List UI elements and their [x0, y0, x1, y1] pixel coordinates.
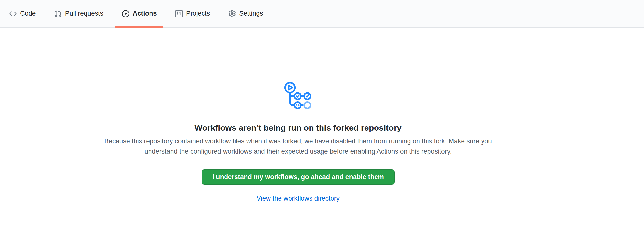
- tab-label: Code: [20, 10, 36, 17]
- tab-code[interactable]: Code: [3, 0, 42, 27]
- gear-icon: [228, 10, 236, 17]
- workflow-illustration-icon: [284, 82, 312, 110]
- tab-pull-requests[interactable]: Pull requests: [48, 0, 110, 27]
- play-icon: [122, 10, 129, 17]
- workflows-link-row: View the workflows directory: [0, 195, 596, 202]
- tab-projects[interactable]: Projects: [169, 0, 217, 27]
- tab-label: Settings: [239, 10, 263, 17]
- tab-actions[interactable]: Actions: [115, 0, 164, 27]
- actions-blank-slate: Workflows aren’t being run on this forke…: [0, 28, 596, 202]
- project-icon: [176, 10, 183, 17]
- repo-tab-bar: Code Pull requests Actions Projects Sett…: [0, 0, 644, 28]
- tab-settings[interactable]: Settings: [222, 0, 270, 27]
- tab-label: Actions: [133, 10, 157, 17]
- git-pull-request-icon: [54, 10, 62, 17]
- tab-label: Projects: [186, 10, 210, 17]
- code-icon: [9, 10, 16, 17]
- tab-label: Pull requests: [65, 10, 103, 17]
- enable-button-row: I understand my workflows, go ahead and …: [0, 157, 596, 184]
- blank-slate-title: Workflows aren’t being run on this forke…: [0, 123, 596, 133]
- enable-workflows-button[interactable]: I understand my workflows, go ahead and …: [202, 169, 394, 184]
- blank-slate-description: Because this repository contained workfl…: [96, 136, 500, 157]
- view-workflows-directory-link[interactable]: View the workflows directory: [256, 195, 340, 202]
